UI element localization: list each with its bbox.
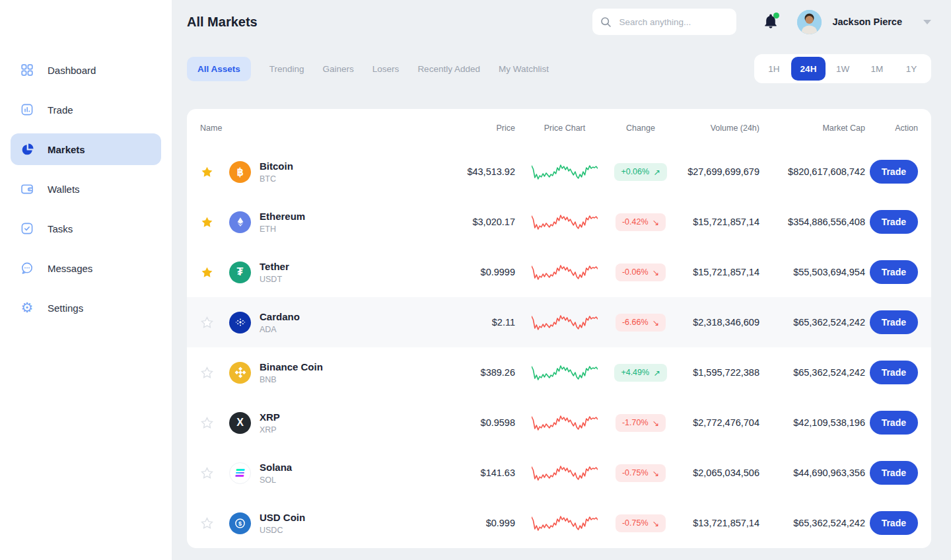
coin-price: $0.9999 [436,267,515,277]
user-avatar[interactable] [797,10,822,34]
coin-symbol: BNB [260,375,323,384]
price-sparkline-chart [515,260,614,284]
settings-icon: ⚙ [20,300,34,315]
tab-my-watchlist[interactable]: My Watchlist [499,64,549,74]
change-badge: -0.75%↘ [616,514,666,532]
trade-button[interactable]: Trade [870,210,918,234]
sidebar-item-markets[interactable]: Markets [11,133,161,165]
timeframe-1h[interactable]: 1H [757,57,791,81]
sidebar-item-wallets[interactable]: Wallets [11,173,161,205]
coin-symbol: XRP [260,425,280,435]
table-row-cardano[interactable]: Cardano ADA $2.11 -6.66%↘ $2,318,346,609… [187,297,931,347]
table-row-ethereum[interactable]: Ethereum ETH $3,020.17 -0.42%↘ $15,721,8… [187,197,931,247]
sidebar-item-tasks[interactable]: Tasks [11,213,161,244]
search-input[interactable] [617,17,728,28]
coin-volume: $15,721,857,14 [667,267,759,277]
table-row-tether[interactable]: ₮ Tether USDT $0.9999 -0.06%↘ $15,721,85… [187,247,931,297]
coin-volume: $27,699,699,679 [667,166,759,177]
column-header-volume-24h-: Volume (24h) [667,123,759,133]
column-header-price-chart: Price Chart [515,123,614,133]
coin-price: $0.999 [436,518,515,528]
coin-volume: $2,772,476,704 [667,417,759,428]
favorite-star-icon[interactable] [200,265,229,279]
table-row-binance-coin[interactable]: Binance Coin BNB $389.26 +4.49%↗ $1,595,… [187,347,931,398]
column-header-change: Change [614,123,667,133]
wallets-icon [20,182,34,196]
favorite-star-icon[interactable] [200,316,229,330]
tab-recently-added[interactable]: Recently Added [417,64,480,74]
table-row-bitcoin[interactable]: ฿ Bitcoin BTC $43,513.92 +0.06%↗ $27,699… [187,147,931,197]
sidebar: Dashboard Trade Markets Wallets Tasks Me… [0,0,172,560]
trend-arrow-icon: ↘ [652,468,659,478]
table-row-usd-coin[interactable]: $ USD Coin USDC $0.999 -0.75%↘ $13,721,8… [187,498,931,548]
sidebar-item-label: Wallets [48,184,80,195]
trade-button[interactable]: Trade [870,461,918,485]
trade-button[interactable]: Trade [870,160,918,184]
trend-arrow-icon: ↘ [652,418,659,428]
binance-coin-icon [229,362,251,384]
tab-trending[interactable]: Trending [269,64,304,74]
bitcoin-coin-icon: ฿ [229,161,251,183]
coin-market-cap: $354,886,556,408 [759,217,865,227]
markets-icon [20,142,34,157]
sidebar-item-messages[interactable]: Messages [11,252,161,284]
price-sparkline-chart [515,160,614,184]
coin-symbol: USDT [260,275,289,284]
page-title: All Markets [187,15,258,30]
tasks-icon [20,221,34,236]
trend-arrow-icon: ↘ [652,217,659,227]
trade-button[interactable]: Trade [870,260,918,284]
table-header-row: Name Price Price Chart Change Volume (24… [187,109,931,147]
coin-name: XRP [260,411,280,423]
coin-volume: $2,065,034,506 [667,468,759,478]
notification-bell-icon[interactable] [763,13,780,30]
trade-button[interactable]: Trade [870,361,918,384]
trade-button[interactable]: Trade [870,511,918,535]
favorite-star-icon[interactable] [200,416,229,430]
topbar: All Markets Jackson Pierce [172,0,951,44]
coin-price: $0.9598 [436,417,515,428]
tab-losers[interactable]: Losers [372,64,400,74]
tab-all-assets[interactable]: All Assets [187,57,251,81]
favorite-star-icon[interactable] [200,215,229,229]
change-badge: -0.42%↘ [616,213,666,231]
trade-button[interactable]: Trade [870,411,918,435]
change-badge: +4.49%↗ [614,364,666,382]
coin-name: Binance Coin [260,361,323,372]
sidebar-item-trade[interactable]: Trade [11,94,161,125]
coin-symbol: USDC [260,526,305,535]
cardano-coin-icon [229,312,251,333]
timeframe-1m[interactable]: 1M [860,57,894,81]
timeframe-selector: 1H 24H 1W 1M 1Y [754,54,931,83]
table-row-solana[interactable]: Solana SOL $141.63 -0.75%↘ $2,065,034,50… [187,448,931,498]
trend-arrow-icon: ↗ [653,368,660,378]
timeframe-24h[interactable]: 24H [791,57,826,81]
sidebar-item-dashboard[interactable]: Dashboard [11,54,161,86]
change-badge: +0.06%↗ [614,163,666,181]
chevron-down-icon[interactable] [923,20,931,24]
coin-symbol: BTC [260,174,293,184]
favorite-star-icon[interactable] [200,466,229,480]
trend-arrow-icon: ↘ [652,267,659,277]
asset-tabs: All Assets Trending Gainers Losers Recen… [187,57,549,81]
messages-icon [20,261,34,275]
trade-button[interactable]: Trade [870,310,918,334]
search-box[interactable] [592,9,736,35]
sidebar-item-settings[interactable]: ⚙ Settings [11,292,161,324]
coin-symbol: SOL [260,475,292,485]
column-header-action: Action [865,123,918,133]
table-row-xrp[interactable]: X XRP XRP $0.9598 -1.70%↘ $2,772,476,704… [187,398,931,448]
timeframe-1y[interactable]: 1Y [894,57,929,81]
tab-gainers[interactable]: Gainers [323,64,354,74]
favorite-star-icon[interactable] [200,366,229,380]
coin-price: $141.63 [436,468,515,478]
change-badge: -1.70%↘ [616,414,666,432]
timeframe-1w[interactable]: 1W [826,57,860,81]
coin-market-cap: $820,617,608,742 [759,166,865,177]
favorite-star-icon[interactable] [200,516,229,530]
tether-coin-icon: ₮ [229,262,251,283]
favorite-star-icon[interactable] [200,165,229,179]
coin-symbol: ETH [260,225,305,234]
coin-market-cap: $44,690,963,356 [759,468,865,478]
coin-name: Solana [260,462,292,473]
